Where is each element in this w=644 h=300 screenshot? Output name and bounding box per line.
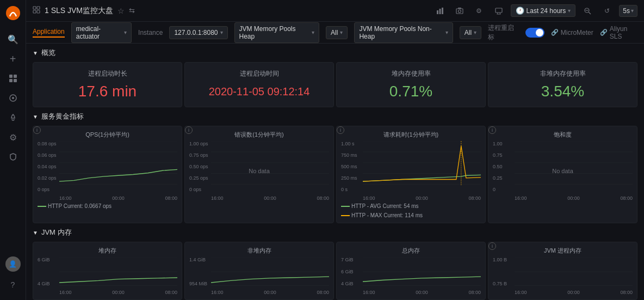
jvm-memory-header[interactable]: ▼ JVM 内存 [33,228,637,237]
qps-chart: i QPS(1分钟平均) 0.08 ops 0.06 ops 0.04 ops … [33,126,182,223]
stat-uptime-value: 17.6 min [42,83,173,100]
share-icon[interactable]: ⇆ [129,7,135,15]
main-content: 1 SLS JVM监控大盘 ☆ ⇆ ⚙ [26,0,644,300]
latency-x-labels: 16:00 00:00 08:00 [363,195,481,201]
total-x-labels: 16:00 00:00 08:00 [363,290,481,295]
saturation-info-icon[interactable]: i [488,126,496,134]
jvm-chevron-icon: ▼ [33,230,38,236]
jvm-process-info-icon[interactable]: i [488,242,496,250]
latency-y-labels: 1.00 s 750 ms 500 ms 250 ms 0 s [341,141,363,192]
aliyun-label: Aliyun SLS [610,25,637,40]
svg-rect-3 [9,79,13,82]
heap-svg [59,257,177,286]
app-chevron: ▾ [124,29,127,35]
time-range-value: Last 24 hours [527,7,566,15]
stat-uptime-label: 进程启动时长 [42,69,173,78]
heap-chevron: ▾ [312,29,314,35]
qps-legend: HTTP Current: 0.0667 ops [38,203,177,209]
toolbar: Application medical-actuator ▾ Instance … [26,22,644,44]
star-icon[interactable]: ☆ [117,7,125,15]
add-icon[interactable]: + [4,50,22,68]
app-logo[interactable] [4,4,22,22]
heap-selector[interactable]: JVM Memory Pools Heap ▾ [234,22,320,43]
golden-signals-header[interactable]: ▼ 服务黄金指标 [33,112,637,121]
stat-start-label: 进程启动时间 [194,69,325,78]
qps-chart-title: QPS(1分钟平均) [38,131,177,139]
aliyun-sls-link[interactable]: 🔗 Aliyun SLS [600,25,637,40]
sidebar: 🔍 + ⚙ 👤 ? [0,0,26,300]
svg-rect-17 [496,8,502,13]
jvm-memory-label: JVM 内存 [41,228,72,237]
micrometer-link[interactable]: 🔗 MicroMeter [551,29,593,36]
saturation-chart-area: 1.00 0.75 0.50 0.25 0 No data [493,141,633,201]
qps-legend-line [38,206,46,207]
qps-info-icon[interactable]: i [33,126,41,134]
explore-icon[interactable] [4,89,22,107]
micrometer-label: MicroMeter [561,29,593,36]
latency-avg-line [341,206,350,207]
config-icon[interactable]: ⚙ [4,128,22,146]
heap-memory-chart: 堆内存 6 GiB 4 GiB 16:00 0 [33,242,182,300]
heap-filter[interactable]: All ▾ [326,26,348,39]
svg-rect-13 [442,8,443,14]
latency-info-icon[interactable]: i [337,126,344,134]
dashboards-icon[interactable] [4,70,22,87]
error-svg [211,141,329,185]
total-memory-chart: 总内存 7 GiB 6 GiB 4 GiB 16:00 [336,242,486,300]
heap-x-labels: 16:00 00:00 08:00 [59,290,177,295]
topbar: 1 SLS JVM监控大盘 ☆ ⇆ ⚙ [26,0,644,22]
nonheap-filter-value: All [465,29,472,36]
svg-point-6 [12,97,14,99]
overview-chevron-icon: ▼ [33,50,38,56]
help-icon[interactable]: ? [4,276,22,293]
micrometer-icon: 🔗 [551,29,559,36]
latency-max-label: HTTP - MAX Current: 114 ms [351,212,423,218]
shield-icon[interactable] [4,148,22,166]
refresh-btn[interactable]: ↺ [599,3,615,19]
svg-rect-7 [33,7,36,9]
instance-selector[interactable]: 127.0.0.1:8080 ▾ [169,26,227,39]
restart-toggle[interactable] [525,28,544,38]
latency-avg-legend: HTTP - AVG Current: 54 ms [341,203,419,209]
heap-filter-value: All [331,29,338,36]
alerting-icon[interactable] [4,109,22,126]
app-label[interactable]: Application [33,28,65,38]
snapshot-btn[interactable] [452,3,467,19]
stat-start-value: 2020-11-05 09:12:14 [194,83,325,100]
avatar[interactable]: 👤 [5,256,21,272]
qps-x-labels: 16:00 00:00 08:00 [59,195,177,201]
zoom-out-btn[interactable] [580,3,595,19]
nonheap-label: JVM Memory Pools Non-Heap [359,25,443,40]
settings-btn[interactable]: ⚙ [472,3,487,19]
jvm-memory-charts: 堆内存 6 GiB 4 GiB 16:00 0 [33,242,637,300]
saturation-chart-title: 饱和度 [493,131,633,139]
time-range-picker[interactable]: 🕐 Last 24 hours ▾ [511,4,576,17]
instance-value: 127.0.0.1:8080 [174,29,218,36]
jvm-process-memory-chart: i JVM 进程内存 1.00 B 0.75 B 16:00 [488,242,637,300]
content-area: ▼ 概览 进程启动时长 17.6 min 进程启动时间 2020-11-05 0… [26,44,644,300]
nonheap-y-labels: 1.4 GiB 954 MiB [189,257,211,286]
sidebar-bottom: 👤 ? [4,256,22,296]
error-info-icon[interactable]: i [185,126,193,134]
stat-nonheap-usage: 非堆内存使用率 3.54% [488,62,637,107]
nonheap-filter[interactable]: All ▾ [460,26,481,39]
qps-legend-label: HTTP Current: 0.0667 ops [48,203,112,209]
refresh-rate-selector[interactable]: 5s ▾ [619,5,637,17]
nonheap-filter-chevron: ▾ [474,29,476,35]
golden-signals-charts: i QPS(1分钟平均) 0.08 ops 0.06 ops 0.04 ops … [33,126,637,223]
overview-section-header[interactable]: ▼ 概览 [33,48,637,58]
heap-label: JVM Memory Pools Heap [239,25,310,40]
search-icon[interactable]: 🔍 [4,30,22,48]
chart-type-btn[interactable] [432,3,448,19]
saturation-chart: i 饱和度 1.00 0.75 0.50 0.25 0 [488,126,637,223]
app-selector[interactable]: medical-actuator ▾ [71,22,132,43]
stat-start-time: 进程启动时间 2020-11-05 09:12:14 [184,62,334,107]
error-chart-area: 1.00 ops 0.75 ops 0.50 ops 0.25 ops 0 op… [189,141,329,201]
stats-row: 进程启动时长 17.6 min 进程启动时间 2020-11-05 09:12:… [33,62,637,107]
stat-nonheap-label: 非堆内存使用率 [497,69,628,78]
heap-y-labels: 6 GiB 4 GiB [38,257,59,286]
nonheap-selector[interactable]: JVM Memory Pools Non-Heap ▾ [354,22,453,43]
tv-btn[interactable] [491,3,506,19]
qps-chart-area: 0.08 ops 0.06 ops 0.04 ops 0.02 ops 0 op… [38,141,177,201]
jvm-process-x-labels: 16:00 00:00 08:00 [515,290,633,295]
